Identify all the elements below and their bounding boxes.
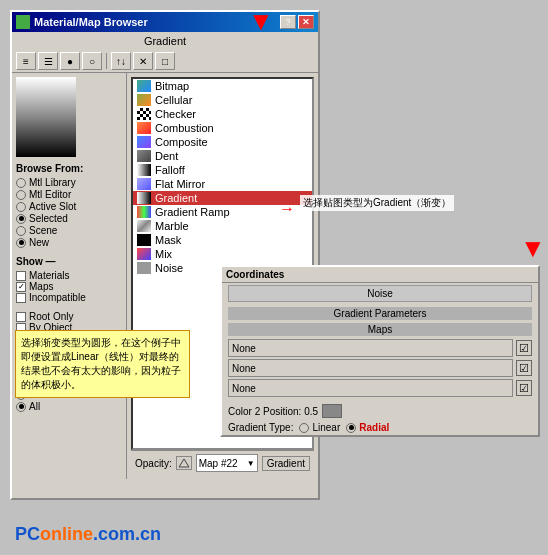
right-panel: Coordinates Noise Gradient Parameters Ma… xyxy=(220,265,540,437)
gradient-type-label: Gradient Type: xyxy=(228,422,293,433)
radio-label-scene: Scene xyxy=(29,225,57,236)
map-label-mix: Mix xyxy=(155,248,172,260)
map-item-flatmirror[interactable]: Flat Mirror xyxy=(133,177,312,191)
toolbar-list-btn[interactable]: ≡ xyxy=(16,52,36,70)
gradient-type-row: Gradient Type: Linear Radial xyxy=(222,420,538,435)
radio-all[interactable]: All xyxy=(16,401,122,412)
map-label-gradient: Gradient xyxy=(155,192,197,204)
radio-circle-new xyxy=(16,238,26,248)
map-item-dent[interactable]: Dent xyxy=(133,149,312,163)
gradient-badge: Gradient xyxy=(262,456,310,471)
yellow-annotation-box: 选择渐变类型为圆形，在这个例子中即便设置成Linear（线性）对最终的结果也不会… xyxy=(15,330,190,398)
maps-cb-1[interactable]: ☑ xyxy=(516,340,532,356)
radio-radial[interactable]: Radial xyxy=(346,422,389,433)
map-icon-mask xyxy=(137,234,151,246)
maps-title: Maps xyxy=(228,323,532,336)
gradient-params-section: Gradient Parameters Maps None ☑ None ☑ N… xyxy=(222,304,538,402)
help-button[interactable]: ? xyxy=(280,15,296,29)
radio-circle-selected xyxy=(16,214,26,224)
checkbox-incompatible[interactable]: Incompatible xyxy=(16,292,122,303)
pconline-logo: PConline.com.cn xyxy=(15,524,161,545)
toolbar-delete-btn[interactable]: ✕ xyxy=(133,52,153,70)
map-label-bitmap: Bitmap xyxy=(155,80,189,92)
chinese-annotation: 选择贴图类型为Gradient（渐变） xyxy=(300,195,454,211)
maps-cb-2[interactable]: ☑ xyxy=(516,360,532,376)
cb-label-root-only: Root Only xyxy=(29,311,73,322)
pconline-text2: online xyxy=(40,524,93,544)
map-label-cellular: Cellular xyxy=(155,94,192,106)
map-icon-noise xyxy=(137,262,151,274)
checkbox-materials[interactable]: Materials xyxy=(16,270,122,281)
map-icon-bitmap xyxy=(137,80,151,92)
red-arrow-side: ▼ xyxy=(520,235,546,261)
map-label-gradientramp: Gradient Ramp xyxy=(155,206,230,218)
map-item-composite[interactable]: Composite xyxy=(133,135,312,149)
radio-label-new: New xyxy=(29,237,49,248)
maps-field-2[interactable]: None xyxy=(228,359,513,377)
radio-circle-active-slot xyxy=(16,202,26,212)
toolbar-list2-btn[interactable]: ☰ xyxy=(38,52,58,70)
map-icon-gradient xyxy=(137,192,151,204)
gradient-preview xyxy=(16,77,76,157)
map-item-mix[interactable]: Mix xyxy=(133,247,312,261)
map-icon-dent xyxy=(137,150,151,162)
map-label-flatmirror: Flat Mirror xyxy=(155,178,205,190)
opacity-icon xyxy=(176,456,192,470)
gradient-params-title: Gradient Parameters xyxy=(228,307,532,320)
map-item-marble[interactable]: Marble xyxy=(133,219,312,233)
toolbar-circle-btn[interactable]: ● xyxy=(60,52,80,70)
map-icon-composite xyxy=(137,136,151,148)
browse-from-radios: Mtl Library Mtl Editor Active Slot Selec… xyxy=(16,177,122,248)
map-item-cellular[interactable]: Cellular xyxy=(133,93,312,107)
radio-mtl-editor[interactable]: Mtl Editor xyxy=(16,189,122,200)
map-label-noise: Noise xyxy=(155,262,183,274)
map-label-composite: Composite xyxy=(155,136,208,148)
map-item-falloff[interactable]: Falloff xyxy=(133,163,312,177)
noise-label: Noise xyxy=(367,288,393,299)
map-label-marble: Marble xyxy=(155,220,189,232)
color-swatch[interactable] xyxy=(322,404,342,418)
color-row: Color 2 Position: 0.5 xyxy=(222,402,538,420)
radio-label-radial: Radial xyxy=(359,422,389,433)
opacity-label: Opacity: xyxy=(135,458,172,469)
maps-row-2: None ☑ xyxy=(228,359,532,377)
map-icon-checker xyxy=(137,108,151,120)
right-panel-header: Coordinates xyxy=(222,267,538,283)
radio-circle-radial xyxy=(346,423,356,433)
toolbar-circle2-btn[interactable]: ○ xyxy=(82,52,102,70)
cb-incompatible xyxy=(16,293,26,303)
map-item-checker[interactable]: Checker xyxy=(133,107,312,121)
toolbar-sort-btn[interactable]: ↑↓ xyxy=(111,52,131,70)
radio-active-slot[interactable]: Active Slot xyxy=(16,201,122,212)
radio-selected[interactable]: Selected xyxy=(16,213,122,224)
radio-linear[interactable]: Linear xyxy=(299,422,340,433)
close-button[interactable]: ✕ xyxy=(298,15,314,29)
maps-row-1: None ☑ xyxy=(228,339,532,357)
map-label-combustion: Combustion xyxy=(155,122,214,134)
maps-field-1[interactable]: None xyxy=(228,339,513,357)
checkbox-maps[interactable]: Maps xyxy=(16,281,122,292)
radio-new[interactable]: New xyxy=(16,237,122,248)
cb-maps xyxy=(16,282,26,292)
map-label-checker: Checker xyxy=(155,108,196,120)
map-icon-cellular xyxy=(137,94,151,106)
toolbar-box-btn[interactable]: □ xyxy=(155,52,175,70)
radio-mtl-library[interactable]: Mtl Library xyxy=(16,177,122,188)
checkbox-root-only[interactable]: Root Only xyxy=(16,311,122,322)
maps-field-3[interactable]: None xyxy=(228,379,513,397)
map-label-dent: Dent xyxy=(155,150,178,162)
map-label-mask: Mask xyxy=(155,234,181,246)
map-item-combustion[interactable]: Combustion xyxy=(133,121,312,135)
radio-label-linear: Linear xyxy=(312,422,340,433)
map-dropdown[interactable]: Map #22 ▼ xyxy=(196,454,258,472)
maps-cb-3[interactable]: ☑ xyxy=(516,380,532,396)
dropdown-arrow-icon: ▼ xyxy=(247,459,255,468)
radio-circle-mtl-editor xyxy=(16,190,26,200)
window-title: Material/Map Browser xyxy=(34,16,148,28)
radio-scene[interactable]: Scene xyxy=(16,225,122,236)
map-item-bitmap[interactable]: Bitmap xyxy=(133,79,312,93)
map-icon-mix xyxy=(137,248,151,260)
radio-label-mtl-library: Mtl Library xyxy=(29,177,76,188)
map-item-mask[interactable]: Mask xyxy=(133,233,312,247)
right-panel-title: Coordinates xyxy=(226,269,284,280)
